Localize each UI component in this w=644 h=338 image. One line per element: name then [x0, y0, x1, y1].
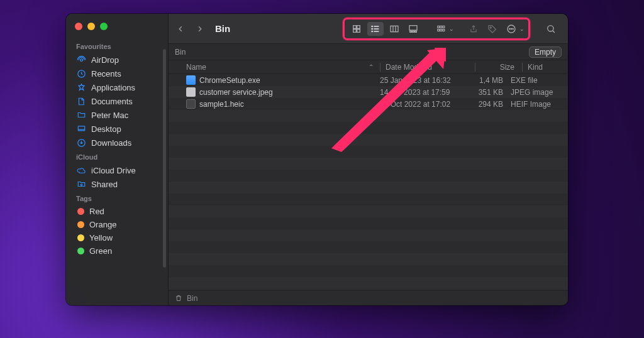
tag-dot-icon: [77, 208, 84, 215]
shared-folder-icon: [76, 179, 86, 189]
document-icon: [76, 96, 86, 106]
svg-point-0: [80, 58, 82, 61]
tag-button[interactable]: [484, 22, 501, 36]
finder-window: Favourites AirDrop Recents Applications …: [66, 14, 568, 305]
path-segment[interactable]: Bin: [187, 294, 197, 303]
column-header-kind[interactable]: Kind: [528, 63, 562, 72]
annotation-highlight-box: ⌄ ⌄: [343, 18, 530, 40]
group-by-button[interactable]: [433, 22, 449, 36]
sidebar-item-airdrop[interactable]: AirDrop: [66, 53, 168, 67]
window-controls: [66, 20, 168, 39]
file-size: 1,4 MB: [469, 76, 511, 85]
file-kind: JPEG image: [511, 88, 562, 97]
file-date: 11 Oct 2022 at 17:02: [380, 100, 469, 109]
sidebar-item-label: Green: [89, 246, 112, 256]
svg-rect-22: [438, 26, 440, 28]
sidebar-item-peter-mac[interactable]: Peter Mac: [66, 108, 168, 122]
svg-point-28: [490, 27, 491, 28]
search-button[interactable]: [541, 21, 560, 36]
chevron-down-icon: ⌄: [519, 26, 525, 32]
sidebar-item-label: Desktop: [91, 124, 121, 134]
svg-rect-6: [357, 25, 360, 28]
empty-trash-button[interactable]: Empty: [529, 46, 562, 58]
sidebar-tag-red[interactable]: Red: [66, 205, 168, 218]
folder-icon: [76, 110, 86, 120]
file-size: 294 KB: [469, 100, 511, 109]
view-gallery-button[interactable]: [405, 22, 421, 36]
svg-point-33: [548, 25, 553, 31]
view-icons-button[interactable]: [348, 22, 365, 36]
nav-forward-button[interactable]: [195, 25, 204, 33]
sidebar-item-recents[interactable]: Recents: [66, 67, 168, 80]
fullscreen-window-button[interactable]: [100, 23, 108, 30]
tag-dot-icon: [77, 248, 84, 254]
svg-rect-24: [443, 26, 445, 28]
file-name: customer service.jpeg: [199, 88, 273, 97]
sidebar-tag-yellow[interactable]: Yellow: [66, 231, 168, 244]
sidebar: Favourites AirDrop Recents Applications …: [66, 14, 169, 305]
sidebar-item-label: Applications: [91, 83, 135, 92]
sidebar-item-label: Yellow: [89, 233, 113, 243]
sidebar-section-icloud: iCloud: [66, 150, 168, 163]
sidebar-item-label: Downloads: [91, 138, 131, 148]
file-type-icon: [186, 87, 196, 97]
share-button[interactable]: [465, 22, 482, 36]
sidebar-item-documents[interactable]: Documents: [66, 94, 168, 108]
svg-rect-8: [357, 29, 360, 32]
desktop-icon: [76, 124, 86, 134]
sidebar-item-icloud-drive[interactable]: iCloud Drive: [66, 163, 168, 177]
view-list-button[interactable]: [367, 22, 384, 36]
sidebar-item-label: AirDrop: [91, 55, 119, 65]
sidebar-section-favourites: Favourites: [66, 39, 168, 53]
file-size: 351 KB: [469, 88, 511, 97]
table-row-empty: [169, 217, 568, 229]
sidebar-item-label: Recents: [91, 69, 121, 79]
sidebar-item-label: Documents: [91, 97, 133, 106]
location-label: Bin: [175, 48, 186, 57]
airdrop-icon: [76, 55, 86, 65]
table-row-empty: [169, 182, 568, 194]
column-header-name[interactable]: Name ⌃: [186, 63, 380, 72]
more-actions-button[interactable]: [503, 22, 519, 36]
file-name: ChromeSetup.exe: [199, 76, 260, 85]
svg-rect-15: [391, 26, 398, 31]
table-row[interactable]: sample1.heic11 Oct 2022 at 17:02294 KBHE…: [169, 98, 568, 110]
svg-point-4: [80, 184, 82, 185]
path-bar: Bin: [169, 290, 568, 305]
sidebar-item-downloads[interactable]: Downloads: [66, 136, 168, 150]
view-columns-button[interactable]: [386, 22, 402, 36]
minimize-window-button[interactable]: [87, 23, 95, 30]
table-row[interactable]: customer service.jpeg14 Apr 2023 at 17:5…: [169, 86, 568, 98]
download-icon: [76, 138, 86, 148]
sidebar-tag-green[interactable]: Green: [66, 244, 168, 258]
svg-point-13: [372, 28, 372, 29]
table-row-empty: [169, 170, 568, 182]
table-row-empty: [169, 253, 568, 265]
tag-dot-icon: [77, 221, 84, 228]
sidebar-item-desktop[interactable]: Desktop: [66, 122, 168, 136]
sidebar-item-shared[interactable]: Shared: [66, 177, 168, 191]
table-row[interactable]: ChromeSetup.exe25 Jan 2023 at 16:321,4 M…: [169, 74, 568, 86]
svg-point-30: [509, 28, 510, 29]
table-row-empty: [169, 265, 568, 277]
toolbar: Bin ⌄ ⌄: [169, 14, 568, 44]
column-header-size[interactable]: Size: [480, 63, 522, 72]
svg-rect-26: [440, 29, 442, 31]
close-window-button[interactable]: [75, 23, 82, 30]
table-row-empty: [169, 229, 568, 241]
sidebar-item-label: iCloud Drive: [91, 166, 136, 175]
svg-point-12: [372, 26, 372, 26]
sidebar-scrollbar[interactable]: [163, 49, 166, 268]
sidebar-item-label: Peter Mac: [91, 111, 128, 120]
nav-back-button[interactable]: [176, 25, 185, 33]
table-row-empty: [169, 194, 568, 205]
trash-icon: [175, 294, 183, 302]
sidebar-item-applications[interactable]: Applications: [66, 80, 168, 94]
svg-point-31: [511, 28, 511, 29]
sidebar-tag-orange[interactable]: Orange: [66, 218, 168, 231]
svg-rect-27: [443, 29, 445, 31]
file-type-icon: [186, 99, 196, 109]
main-panel: Bin ⌄ ⌄: [169, 14, 568, 305]
column-header-date[interactable]: Date Modified: [386, 63, 475, 72]
svg-rect-19: [410, 31, 412, 32]
